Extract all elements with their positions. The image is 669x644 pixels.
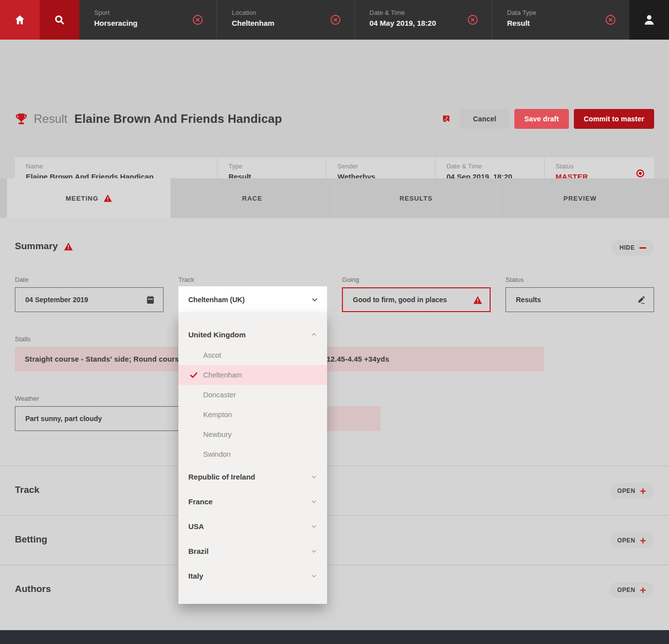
- open-track-button[interactable]: OPEN: [610, 483, 654, 499]
- warning-icon: [473, 296, 482, 304]
- track-selected-value: Cheltenham (UK): [188, 296, 245, 304]
- country-label: United Kingdom: [188, 330, 246, 339]
- remove-filter-icon[interactable]: [467, 14, 479, 26]
- filter-value: Horseracing: [94, 19, 187, 27]
- section-betting: Betting OPEN: [0, 515, 669, 565]
- chevron-down-icon: [311, 498, 317, 505]
- open-betting-button[interactable]: OPEN: [610, 533, 654, 548]
- tab-race[interactable]: RACE: [170, 178, 334, 218]
- country-label: France: [188, 497, 213, 506]
- master-status-icon[interactable]: [635, 168, 645, 178]
- dropdown-item-doncaster[interactable]: Doncaster: [178, 385, 327, 405]
- track-dropdown-panel: United Kingdom Ascot Cheltenham Doncaste…: [178, 313, 327, 604]
- record-type-label: Result: [34, 112, 67, 126]
- filter-label: Date & Time: [370, 9, 462, 16]
- tab-results[interactable]: RESULTS: [334, 178, 498, 218]
- chevron-down-icon: [311, 474, 317, 480]
- stalls-field-label: Stalls: [15, 335, 31, 343]
- info-label: Type: [228, 162, 326, 170]
- status-field-label: Status: [505, 276, 524, 283]
- search-button[interactable]: [40, 0, 79, 40]
- plus-icon: [640, 587, 646, 593]
- user-menu-button[interactable]: [629, 0, 669, 40]
- flag-button[interactable]: [437, 110, 455, 128]
- item-label: Newbury: [203, 430, 231, 438]
- chevron-down-icon: [311, 548, 317, 554]
- hide-label: HIDE: [619, 244, 635, 251]
- filter-chip-datetime[interactable]: Date & Time 04 May 2019, 18:20: [354, 0, 492, 40]
- cancel-button[interactable]: Cancel: [460, 109, 509, 129]
- date-value: 04 September 2019: [25, 296, 88, 304]
- date-field[interactable]: 04 September 2019: [15, 287, 164, 312]
- page-header: Result Elaine Brown And Friends Handicap…: [0, 40, 669, 178]
- warning-icon: [64, 242, 72, 250]
- date-field-label: Date: [15, 276, 28, 283]
- hide-summary-button[interactable]: HIDE: [612, 240, 654, 256]
- filter-chip-sport[interactable]: Sport Horseracing: [79, 0, 217, 40]
- remove-filter-icon[interactable]: [192, 14, 204, 26]
- footer-bar: [0, 630, 669, 644]
- item-label: Cheltenham: [203, 371, 242, 379]
- country-label: Republic of Ireland: [188, 473, 255, 481]
- plus-icon: [640, 488, 646, 494]
- country-label: USA: [188, 522, 204, 531]
- section-authors: Authors OPEN: [0, 565, 669, 614]
- section-heading: Track: [15, 484, 40, 495]
- calendar-icon[interactable]: [146, 295, 155, 305]
- search-icon: [54, 14, 65, 26]
- tab-label: PREVIEW: [563, 195, 597, 202]
- dropdown-item-newbury[interactable]: Newbury: [178, 425, 327, 444]
- country-group-republic-of-ireland[interactable]: Republic of Ireland: [178, 464, 327, 489]
- tab-label: MEETING: [65, 195, 98, 202]
- country-group-usa[interactable]: USA: [178, 514, 327, 538]
- country-group-italy[interactable]: Italy: [178, 563, 327, 588]
- country-group-france[interactable]: France: [178, 489, 327, 514]
- remove-filter-icon[interactable]: [605, 14, 616, 26]
- save-draft-button[interactable]: Save draft: [514, 109, 569, 129]
- minus-icon: [639, 247, 646, 249]
- dropdown-item-swindon[interactable]: Swindon: [178, 444, 327, 464]
- track-select[interactable]: Cheltenham (UK): [178, 286, 327, 313]
- track-dropdown: Cheltenham (UK) United Kingdom Ascot Che…: [178, 286, 327, 604]
- dropdown-item-cheltenham[interactable]: Cheltenham: [178, 365, 327, 385]
- status-field[interactable]: Results: [505, 287, 654, 312]
- trophy-icon: [15, 112, 28, 125]
- weather-field-label: Weather: [15, 395, 39, 402]
- country-group-united-kingdom[interactable]: United Kingdom: [178, 323, 327, 345]
- open-label: OPEN: [617, 487, 635, 494]
- item-label: Swindon: [203, 450, 231, 458]
- flag-icon: [442, 114, 450, 123]
- dropdown-item-ascot[interactable]: Ascot: [178, 345, 327, 365]
- country-group-brazil[interactable]: Brazil: [178, 538, 327, 563]
- filter-label: Location: [232, 9, 325, 16]
- country-label: Italy: [188, 572, 203, 580]
- info-label: Sender: [337, 162, 435, 170]
- tab-label: RACE: [242, 195, 263, 202]
- status-value: Results: [516, 296, 541, 304]
- info-label: Date & Time: [446, 162, 544, 170]
- commit-to-master-button[interactable]: Commit to master: [574, 109, 654, 129]
- open-authors-button[interactable]: OPEN: [610, 582, 654, 598]
- edit-icon[interactable]: [637, 295, 646, 304]
- tab-label: RESULTS: [399, 195, 433, 202]
- chevron-down-icon: [311, 573, 317, 579]
- check-icon: [189, 371, 198, 379]
- filter-chip-location[interactable]: Location Cheltenham: [217, 0, 354, 40]
- open-label: OPEN: [617, 587, 635, 593]
- user-icon: [643, 13, 656, 26]
- filter-chip-datatype[interactable]: Data Type Result: [492, 0, 629, 40]
- going-field-label: Going: [342, 276, 359, 283]
- country-label: Brazil: [188, 547, 209, 555]
- filter-value: Result: [507, 19, 600, 27]
- dropdown-item-kempton[interactable]: Kempton: [178, 405, 327, 425]
- section-heading: Authors: [15, 584, 51, 594]
- going-field[interactable]: Good to firm, good in places: [342, 287, 491, 312]
- remove-filter-icon[interactable]: [330, 14, 341, 26]
- weather-value: Part sunny, part cloudy: [25, 415, 102, 423]
- tab-meeting[interactable]: MEETING: [7, 178, 170, 218]
- tab-preview[interactable]: PREVIEW: [498, 178, 662, 218]
- home-button[interactable]: [0, 0, 40, 40]
- filter-chips: Sport Horseracing Location Cheltenham Da…: [79, 0, 629, 40]
- page-title: Elaine Brown And Friends Handicap: [74, 112, 282, 126]
- home-icon: [14, 14, 26, 26]
